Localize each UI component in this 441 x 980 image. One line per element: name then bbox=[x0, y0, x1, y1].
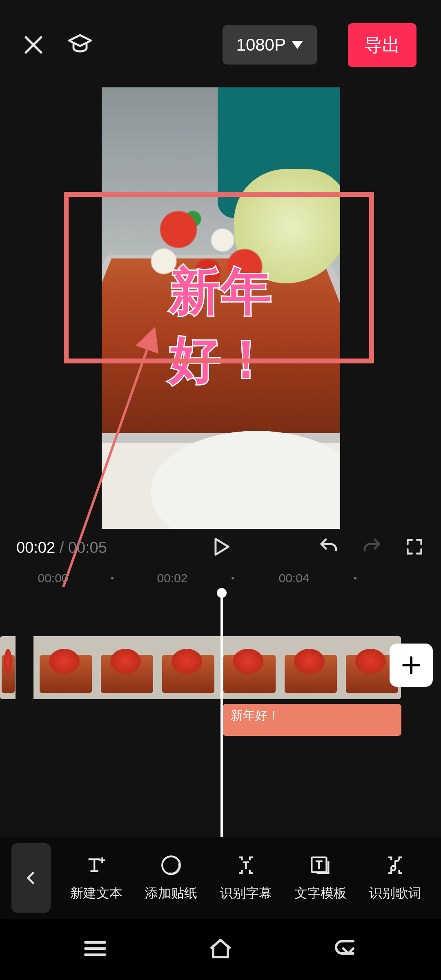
clip-thumbnail[interactable] bbox=[95, 636, 156, 699]
sticker-icon bbox=[159, 853, 183, 877]
top-bar: 1080P 导出 bbox=[0, 0, 441, 90]
text-toolbar: 新建文本 添加贴纸 识别字幕 文字模板 识别歌词 bbox=[0, 837, 441, 919]
clip-thumbnail[interactable] bbox=[0, 636, 16, 699]
add-clip-button[interactable] bbox=[390, 644, 433, 687]
clip-thumbnail[interactable] bbox=[156, 636, 217, 699]
ruler-tick: 00:02 bbox=[157, 571, 187, 585]
nav-back-button[interactable] bbox=[331, 934, 361, 965]
system-navbar bbox=[0, 919, 441, 980]
clip-thumbnail[interactable] bbox=[33, 636, 95, 699]
clip-thumbnail[interactable] bbox=[217, 636, 278, 699]
ruler-dot bbox=[111, 577, 114, 579]
timeline-ruler[interactable]: 00:00 00:02 00:04 bbox=[0, 569, 441, 587]
tool-label: 识别字幕 bbox=[220, 884, 272, 902]
tool-add-sticker[interactable]: 添加贴纸 bbox=[134, 853, 208, 902]
playback-bar: 00:02 / 00:05 bbox=[0, 529, 441, 566]
nav-menu-button[interactable] bbox=[80, 934, 110, 965]
export-label: 导出 bbox=[364, 35, 400, 55]
tutorial-icon[interactable] bbox=[67, 32, 93, 58]
ruler-dot bbox=[232, 577, 234, 579]
tool-new-text[interactable]: 新建文本 bbox=[60, 853, 133, 902]
ruler-tick: 00:00 bbox=[38, 571, 68, 585]
lyrics-icon bbox=[383, 853, 407, 877]
play-button[interactable] bbox=[209, 535, 232, 560]
text-template-icon bbox=[309, 853, 332, 877]
text-add-icon bbox=[85, 853, 108, 877]
text-clip-label: 新年好！ bbox=[231, 708, 280, 722]
current-time: 00:02 bbox=[16, 539, 55, 556]
timeline[interactable]: 新年好！ bbox=[0, 587, 441, 853]
playhead[interactable] bbox=[220, 592, 223, 845]
resolution-label: 1080P bbox=[236, 35, 286, 55]
text-overlay[interactable]: 新年好！ bbox=[125, 258, 317, 394]
nav-home-button[interactable] bbox=[206, 934, 235, 965]
video-editor-app: 1080P 导出 新年好！ 00:02 / 00:05 bbox=[0, 0, 441, 980]
preview-canvas[interactable]: 新年好！ bbox=[102, 87, 340, 529]
ruler-dot bbox=[354, 577, 356, 579]
tool-text-templates[interactable]: 文字模板 bbox=[284, 853, 357, 902]
tool-label: 识别歌词 bbox=[369, 884, 421, 902]
fullscreen-button[interactable] bbox=[404, 537, 425, 559]
clip-thumbnail[interactable] bbox=[278, 636, 340, 699]
close-button[interactable] bbox=[20, 32, 47, 58]
tool-label: 新建文本 bbox=[70, 884, 122, 902]
export-button[interactable]: 导出 bbox=[348, 23, 416, 67]
undo-button[interactable] bbox=[318, 536, 340, 559]
time-display: 00:02 / 00:05 bbox=[16, 539, 107, 557]
toolbar-back-button[interactable] bbox=[11, 843, 51, 913]
tool-label: 文字模板 bbox=[294, 884, 347, 902]
text-clip[interactable]: 新年好！ bbox=[223, 704, 401, 736]
tool-auto-lyrics[interactable]: 识别歌词 bbox=[359, 853, 432, 902]
time-separator: / bbox=[55, 539, 68, 556]
tool-label: 添加贴纸 bbox=[145, 884, 197, 902]
total-duration: 00:05 bbox=[68, 539, 107, 556]
captions-icon bbox=[234, 853, 258, 877]
resolution-button[interactable]: 1080P bbox=[223, 25, 317, 65]
ruler-tick: 00:04 bbox=[278, 571, 309, 585]
tool-auto-captions[interactable]: 识别字幕 bbox=[209, 853, 283, 902]
chevron-down-icon bbox=[292, 41, 303, 49]
redo-button[interactable] bbox=[361, 536, 383, 559]
